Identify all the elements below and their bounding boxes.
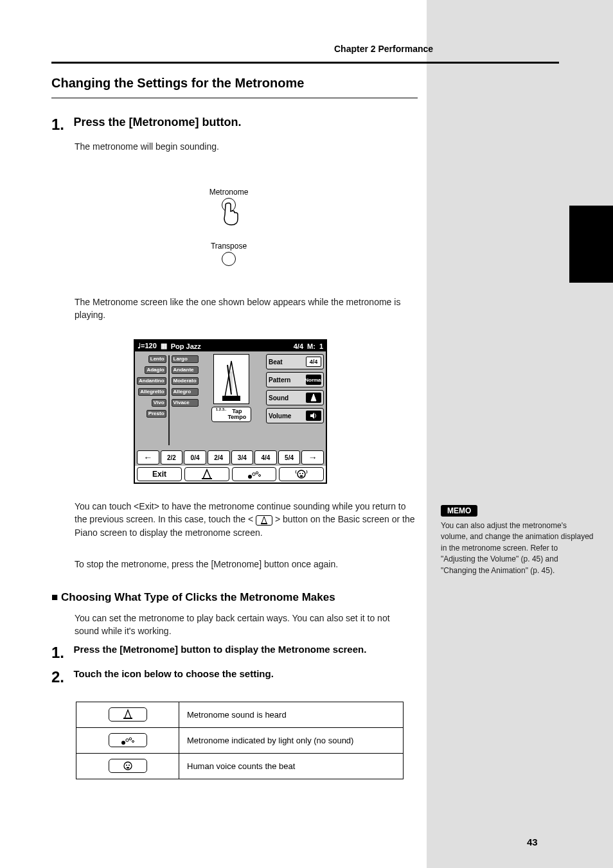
volume-button[interactable]: Volume [266,408,324,423]
svg-point-14 [121,741,125,745]
tempo-andantino: Andantino [137,377,166,385]
table-desc-2: Metronome indicated by light only (no so… [179,728,404,754]
exit-button[interactable]: Exit [137,467,182,481]
subsection-heading: ■ Choosing What Type of Clicks the Metro… [51,591,335,604]
device-status-bar: ♩=120 ▦ Pop Jazz 4/4 M: 1 [135,341,326,351]
svg-point-15 [125,739,128,741]
fig-label-bottom: Transpose [197,242,261,251]
tap-tempo-button[interactable]: 1.2.3.. Tap Tempo [211,407,251,422]
tempo-adagio: Adagio [145,366,166,374]
device-main: Lento Adagio Andantino Allegretto Vivo P… [135,351,326,449]
table-metronome-icon [109,707,147,722]
sub-step-1-text: Press the [Metronome] button to display … [73,644,366,655]
sub-step-2-num: 2. [51,668,64,686]
sound-button[interactable]: Sound [266,390,324,405]
device-bottom-bar: Exit [135,466,326,483]
metronome-button-figure: Metronome Transpose [197,188,261,268]
subsection-intro: You can set the metronome to play back c… [75,612,415,638]
measure-label: M: [307,342,315,350]
svg-rect-13 [123,718,132,719]
tempo-largo: Largo [172,355,199,363]
svg-point-11 [300,475,303,477]
style-name: Pop Jazz [171,342,201,350]
rule-heavy [51,62,559,64]
table-desc-3: Human voice counts the beat [179,754,404,779]
svg-point-5 [252,473,254,475]
timesig-3-4[interactable]: 3/4 [231,450,254,465]
memo-text: You can also adjust the metronome's volu… [441,520,594,576]
rule-thin [51,98,418,98]
click-type-table: Metronome sound is heard Metronome indic… [76,702,404,779]
sub-step-2-text: Touch the icon below to choose the setti… [73,668,273,679]
step-num-1: 1. [51,116,64,133]
transpose-button-ring [222,252,236,266]
right-column: Beat 4/4 Pattern Normal Sound Vol [264,351,326,449]
tempo-readout: ♩=120 [138,342,157,350]
beat-button[interactable]: Beat 4/4 [266,354,324,369]
timesig-2-2[interactable]: 2/2 [161,450,183,465]
table-row: Metronome indicated by light only (no so… [76,728,404,754]
metronome-animation-icon [213,354,249,404]
metronome-small-icon [306,393,321,403]
sub-step-1-num: 1. [51,644,64,661]
svg-point-19 [126,765,127,766]
step-1-title: Press the [Metronome] button. [73,116,241,128]
timesig-5-4[interactable]: 5/4 [278,450,301,465]
exit-note-paragraph: You can touch <Exit> to have the metrono… [75,500,415,539]
tempo-lento: Lento [148,355,166,363]
svg-rect-2 [230,371,233,391]
timesig-left-arrow[interactable]: ← [137,450,159,465]
sub-step-2: 2. Touch the icon below to choose the se… [51,668,274,686]
page-heading: Changing the Settings for the Metronome [51,76,304,91]
tempo-slider[interactable]: Lento Adagio Andantino Allegretto Vivo P… [135,351,198,449]
svg-point-21 [126,767,129,769]
tempo-moderato: Moderato [172,377,199,385]
inline-metronome-icon [256,515,272,526]
step-2-text: The Metronome screen like the one shown … [75,296,409,322]
table-row: Human voice counts the beat [76,754,404,779]
svg-rect-12 [261,523,267,524]
style-icon: ▦ [161,342,167,350]
table-row: Metronome sound is heard [76,702,404,728]
tempo-vivace: Vivace [172,399,199,407]
timesig-right-arrow[interactable]: → [301,450,324,465]
svg-point-9 [299,473,301,474]
tempo-vivo: Vivo [152,399,166,407]
hand-pointer-icon [221,202,240,226]
side-margin: MEMO You can also adjust the metronome's… [427,0,613,868]
step-1-desc: The metronome will begin sounding. [75,140,241,153]
svg-rect-0 [222,396,240,401]
mode-voice-button[interactable] [279,467,324,481]
tempo-presto: Presto [147,410,166,418]
speaker-icon [306,411,321,421]
tempo-allegretto: Allegretto [138,388,166,396]
table-dots-icon [109,733,147,747]
svg-point-4 [248,475,252,479]
timesig-row: ← 2/2 0/4 2/4 3/4 4/4 5/4 → [135,449,326,466]
mode-metronome-button[interactable] [184,467,229,481]
svg-rect-3 [202,478,212,479]
timesig-4-4[interactable]: 4/4 [254,450,277,465]
table-desc-1: Metronome sound is heard [179,702,404,728]
timesig-2-4[interactable]: 2/4 [208,450,230,465]
mode-light-button[interactable] [232,467,277,481]
memo-label: MEMO [441,505,477,517]
svg-point-16 [129,738,132,740]
step-1: 1. Press the [Metronome] button. The met… [51,116,241,153]
timesig-0-4[interactable]: 0/4 [184,450,206,465]
memo-box: MEMO You can also adjust the metronome's… [441,504,594,576]
page-number: 43 [527,837,538,847]
pattern-button[interactable]: Pattern Normal [266,372,324,387]
svg-point-6 [256,472,258,474]
tempo-allegro: Allegro [172,388,199,396]
table-face-icon [109,759,147,773]
device-screen: ♩=120 ▦ Pop Jazz 4/4 M: 1 Lento Adagio A… [134,339,327,484]
center-column: 1.2.3.. Tap Tempo [198,351,264,449]
page-root: MEMO You can also adjust the metronome's… [0,0,613,868]
svg-point-7 [258,475,260,477]
tempo-andante: Andante [172,366,199,374]
stop-note-paragraph: To stop the metronome, press the [Metron… [75,558,415,571]
svg-point-20 [129,765,130,766]
time-signature: 4/4 [294,342,303,350]
fig-label-top: Metronome [197,188,261,197]
